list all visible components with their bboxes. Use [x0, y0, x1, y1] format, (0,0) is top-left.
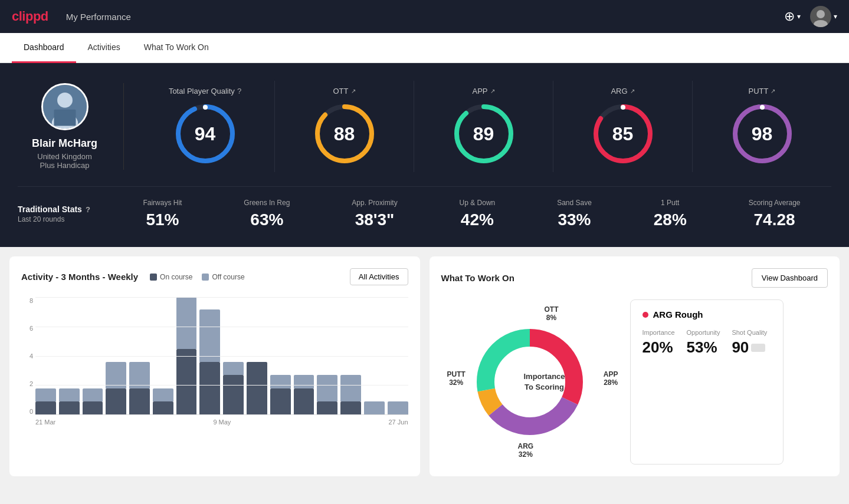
stat-up-down: Up & Down 42%: [460, 199, 496, 229]
x-axis-labels: 21 Mar 9 May 27 Jun: [35, 415, 408, 426]
avatar: [810, 6, 831, 27]
arg-gauge: 85: [591, 101, 655, 166]
all-activities-button[interactable]: All Activities: [350, 268, 408, 285]
bar-group: [153, 297, 173, 414]
bar-oncourse: [270, 388, 291, 414]
arg-dot-icon: [643, 312, 648, 318]
oncourse-dot: [150, 274, 157, 281]
total-gauge: 94: [173, 101, 238, 166]
player-country: United Kingdom: [37, 152, 92, 161]
bar-group: [176, 297, 197, 414]
bar-oncourse: [129, 388, 150, 414]
tab-what-to-work-on[interactable]: What To Work On: [132, 33, 221, 63]
bar-group: [106, 297, 126, 414]
player-info: Blair McHarg United Kingdom Plus Handica…: [18, 83, 124, 170]
putt-value: 98: [752, 123, 773, 145]
quality-putt: PUTT ↗ 98: [693, 81, 831, 172]
quality-arg: ARG ↗ 85: [553, 81, 693, 172]
arg-label: ARG ↗: [611, 87, 634, 95]
player-name: Blair McHarg: [32, 137, 97, 150]
add-chevron-icon: ▾: [797, 12, 801, 21]
stat-scoring-average: Scoring Average 74.28: [749, 199, 801, 229]
app-donut-label: APP 28%: [604, 370, 618, 387]
bar-oncourse: [59, 401, 80, 414]
trad-help-icon[interactable]: ?: [86, 205, 90, 214]
player-handicap: Plus Handicap: [40, 161, 90, 170]
arg-arrow-icon: ↗: [630, 88, 635, 94]
user-menu-button[interactable]: ▾: [810, 6, 837, 27]
bar-oncourse: [340, 401, 361, 414]
nav-tabs: Dashboard Activities What To Work On: [0, 33, 849, 63]
putt-donut-label: PUTT 32%: [447, 370, 466, 387]
add-button[interactable]: ⊕ ▾: [784, 9, 801, 24]
bar-chart: [35, 297, 408, 415]
donut-chart-container: ImportanceTo Scoring OTT 8% APP 28% ARG …: [441, 299, 618, 465]
bar-group: [317, 297, 337, 414]
bar-group: [83, 297, 103, 414]
bar-oncourse: [294, 388, 314, 414]
view-dashboard-button[interactable]: View Dashboard: [752, 268, 828, 288]
bar-offcourse: [106, 362, 126, 388]
activity-panel: Activity - 3 Months - Weekly On course O…: [9, 256, 420, 476]
bar-offcourse: [388, 401, 408, 414]
bar-offcourse: [83, 388, 103, 401]
header: clippd My Performance ⊕ ▾ ▾: [0, 0, 849, 33]
bar-offcourse: [223, 362, 244, 375]
stat-1-putt: 1 Putt 28%: [654, 199, 687, 229]
bar-oncourse: [199, 362, 220, 414]
arg-rough-card-header: ARG Rough: [643, 309, 771, 319]
bar-group: [294, 297, 314, 414]
legend-oncourse: On course: [150, 273, 192, 281]
header-title: My Performance: [66, 12, 131, 22]
stat-app-proximity: App. Proximity 38'3": [352, 199, 397, 229]
bar-oncourse: [83, 401, 103, 414]
ott-gauge: 88: [312, 101, 377, 166]
bar-group: [270, 297, 291, 414]
bar-offcourse: [59, 388, 80, 401]
bar-group: [340, 297, 361, 414]
bar-offcourse: [340, 375, 361, 401]
bar-offcourse: [294, 375, 314, 388]
work-panel-content: ImportanceTo Scoring OTT 8% APP 28% ARG …: [441, 299, 828, 465]
tab-activities[interactable]: Activities: [76, 33, 132, 63]
logo: clippd: [12, 9, 48, 24]
svg-point-18: [760, 105, 765, 110]
chart-legend: On course Off course: [150, 273, 245, 281]
ott-arrow-icon: ↗: [351, 88, 356, 94]
shot-quality-metric: Shot Quality 90: [732, 329, 767, 357]
quality-badge: [751, 344, 765, 352]
bar-group: [35, 297, 56, 414]
bar-group: [364, 297, 385, 414]
legend-offcourse: Off course: [202, 273, 244, 281]
help-icon[interactable]: ?: [237, 87, 241, 95]
putt-arrow-icon: ↗: [771, 88, 775, 94]
stats-banner: Blair McHarg United Kingdom Plus Handica…: [0, 63, 849, 247]
tab-dashboard[interactable]: Dashboard: [12, 33, 76, 63]
arg-rough-title: ARG Rough: [653, 309, 703, 319]
total-quality-label: Total Player Quality ?: [169, 87, 241, 95]
bar-offcourse: [176, 297, 197, 349]
svg-point-3: [57, 93, 73, 108]
work-on-title: What To Work On: [441, 273, 514, 283]
activity-panel-header: Activity - 3 Months - Weekly On course O…: [21, 268, 408, 285]
app-value: 89: [473, 123, 494, 145]
app-gauge: 89: [451, 101, 516, 166]
plus-icon: ⊕: [784, 9, 795, 24]
chart-wrapper: 8 6 4 2 0 21 Mar 9 May 27 Jun: [21, 297, 408, 426]
bottom-panels: Activity - 3 Months - Weekly On course O…: [0, 247, 849, 486]
work-on-panel-header: What To Work On View Dashboard: [441, 268, 828, 288]
arg-value: 85: [612, 123, 634, 145]
y-axis: 8 6 4 2 0: [21, 297, 33, 415]
svg-point-1: [814, 20, 828, 27]
offcourse-dot: [202, 274, 209, 281]
stat-fairways-hit: Fairways Hit 51%: [143, 199, 182, 229]
total-value: 94: [195, 123, 216, 145]
quality-total: Total Player Quality ? 94: [136, 81, 275, 172]
ott-label: OTT ↗: [333, 87, 356, 95]
traditional-stats: Traditional Stats ? Last 20 rounds Fairw…: [18, 186, 831, 229]
bar-offcourse: [199, 309, 220, 362]
bar-oncourse: [106, 388, 126, 414]
ott-donut-label: OTT 8%: [545, 305, 559, 322]
ott-value: 88: [334, 123, 355, 145]
opportunity-metric: Opportunity 53%: [687, 329, 720, 357]
